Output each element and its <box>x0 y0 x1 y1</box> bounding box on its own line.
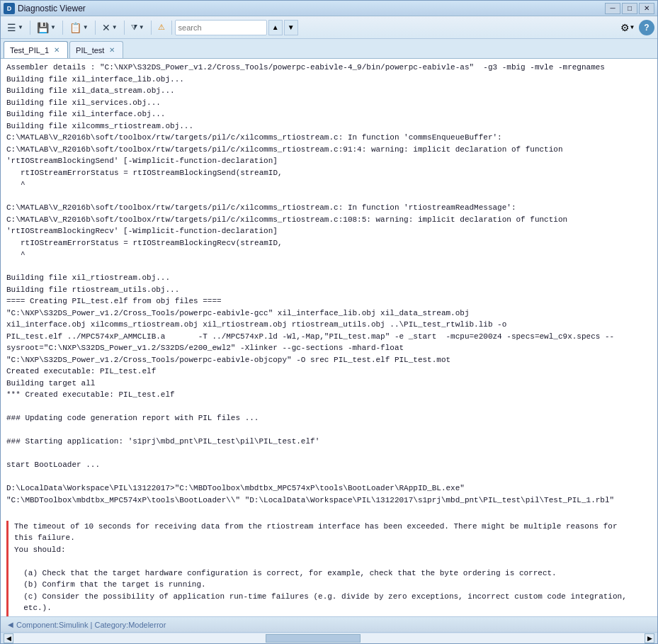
separator-5 <box>151 21 152 35</box>
copy-dropdown-icon: ▼ <box>83 24 89 30</box>
minimize-button[interactable]: ─ <box>605 3 620 14</box>
warning-button[interactable]: ⚠ <box>154 19 169 36</box>
list-item: (a) Check that the target hardware confi… <box>14 567 652 580</box>
close-button[interactable]: ✕ <box>639 3 654 14</box>
list-item: Building file xil_services.obj... <box>6 97 652 109</box>
maximize-button[interactable]: □ <box>622 3 637 14</box>
list-item: xil_interface.obj xilcomms_rtiostream.ob… <box>6 319 652 331</box>
list-item: (c) Consider the possibility of applicat… <box>14 591 652 603</box>
list-item <box>14 555 652 567</box>
list-item: Building file xil_data_stream.obj... <box>6 85 652 97</box>
list-item: Assembler details : "C:\NXP\S32DS_Power_… <box>6 62 652 74</box>
list-item: start BootLoader ... <box>6 459 652 471</box>
clear-icon: ✕ <box>102 22 110 33</box>
list-item: etc.). <box>14 602 652 614</box>
menu-button[interactable]: ☰ ▼ <box>4 19 27 36</box>
list-item: (b) Confirm that the target is running. <box>14 579 652 591</box>
list-item: this failure. <box>14 532 652 544</box>
list-item <box>6 424 652 436</box>
separator-2 <box>62 21 63 35</box>
menu-dropdown-icon: ▼ <box>18 24 23 30</box>
list-item: 'rtIOStreamBlockingSend' [-Wimplicit-fun… <box>6 155 652 167</box>
list-item: ==== Creating PIL_test.elf from obj file… <box>6 295 652 307</box>
tab-pil-test-close[interactable]: ✕ <box>107 45 117 55</box>
scrollbar-track[interactable] <box>13 633 645 643</box>
list-item: Building file rtiostream_utils.obj... <box>6 284 652 296</box>
list-item: Created executable: PIL_test.elf <box>6 366 652 378</box>
list-item: Building target all <box>6 378 652 390</box>
filter-dropdown-icon: ▼ <box>139 24 144 30</box>
scroll-right-button[interactable]: ▶ <box>645 633 654 643</box>
search-up-button[interactable]: ▲ <box>268 20 283 35</box>
list-item: "C:\MBDToolbox\mbdtbx_MPC574xP\tools\Boo… <box>6 495 652 507</box>
window-title: Diagnostic Viewer <box>18 4 605 13</box>
list-item <box>6 471 652 483</box>
copy-button[interactable]: 📋 ▼ <box>66 19 92 36</box>
separator-4 <box>124 21 125 35</box>
list-item <box>6 506 652 518</box>
list-item: rtIOStreamErrorStatus = rtIOStreamBlocki… <box>6 237 652 249</box>
list-item: ^ <box>6 179 652 191</box>
separator-1 <box>30 21 30 35</box>
list-item <box>6 261 652 273</box>
search-down-button[interactable]: ▼ <box>284 20 298 35</box>
save-icon: 💾 <box>37 22 49 33</box>
error-section: The timeout of 10 seconds for receiving … <box>6 521 652 617</box>
clear-button[interactable]: ✕ ▼ <box>98 19 121 36</box>
list-item: PIL_test.elf ../MPC574xP_AMMCLIB.a -T ..… <box>6 331 652 343</box>
list-item: "C:\NXP\S32DS_Power_v1.2/Cross_Tools/pow… <box>6 307 652 320</box>
filter-button[interactable]: ⧩ ▼ <box>127 19 148 36</box>
diagnostic-viewer-window: D Diagnostic Viewer ─ □ ✕ ☰ ▼ 💾 ▼ 📋 ▼ ✕ … <box>0 0 658 644</box>
tab-pil-test[interactable]: PIL_test ✕ <box>69 41 123 58</box>
list-item <box>6 448 652 460</box>
list-item: ### Starting application: 's1prj\mbd_pnt… <box>6 436 652 448</box>
list-item: sysroot="C:\NXP\S32DS_Power_v1.2/S32DS/e… <box>6 342 652 354</box>
list-item <box>6 191 652 203</box>
list-item: Building file xilcomms_rtiostream.obj... <box>6 120 652 132</box>
help-button[interactable]: ? <box>639 20 654 35</box>
separator-6 <box>171 21 172 35</box>
content-area: Assembler details : "C:\NXP\S32DS_Power_… <box>1 59 657 616</box>
save-button[interactable]: 💾 ▼ <box>33 19 59 36</box>
filter-icon: ⧩ <box>131 23 137 32</box>
list-item: Building file xil_interface.obj... <box>6 108 652 120</box>
status-nav-left[interactable]: ◀ <box>5 619 16 631</box>
tab-test-pil-1-label: Test_PIL_1 <box>10 46 49 55</box>
menu-icon: ☰ <box>7 22 16 33</box>
list-item: You should: <box>14 544 652 556</box>
gear-icon: ⚙ <box>620 22 630 33</box>
copy-icon: 📋 <box>69 22 81 33</box>
toolbar-right: ⚙ ▼ ? <box>618 19 654 36</box>
app-icon: D <box>4 3 15 14</box>
list-item: D:\LocalData\Workspace\PIL\13122017>"C:\… <box>6 482 652 495</box>
list-item: "C:\NXP\S32DS_Power_v1.2/Cross_Tools/pow… <box>6 354 652 366</box>
list-item: ^ <box>6 249 652 261</box>
list-item: ### Updating code generation report with… <box>6 412 652 424</box>
list-item <box>6 401 652 413</box>
list-item: Building file xil_interface_lib.obj... <box>6 74 652 86</box>
tabs-bar: Test_PIL_1 ✕ PIL_test ✕ <box>1 39 657 59</box>
tab-test-pil-1-close[interactable]: ✕ <box>52 45 62 55</box>
tab-pil-test-label: PIL_test <box>76 46 104 55</box>
status-bar: ◀ Component:Simulink | Category:Modelerr… <box>1 616 657 632</box>
window-controls: ─ □ ✕ <box>605 3 654 14</box>
scrollbar-thumb[interactable] <box>266 634 361 643</box>
scroll-left-button[interactable]: ◀ <box>4 633 13 643</box>
separator-3 <box>95 21 96 35</box>
settings-button[interactable]: ⚙ ▼ <box>618 19 637 36</box>
list-item: C:\MATLAB\V_R2016b\soft/toolbox/rtw/targ… <box>6 214 652 226</box>
title-bar: D Diagnostic Viewer ─ □ ✕ <box>1 1 657 16</box>
list-item: C:\MATLAB\V_R2016b\soft/toolbox/rtw/targ… <box>6 202 652 214</box>
clear-dropdown-icon: ▼ <box>112 24 118 30</box>
log-output[interactable]: Assembler details : "C:\NXP\S32DS_Power_… <box>1 59 657 616</box>
tab-test-pil-1[interactable]: Test_PIL_1 ✕ <box>4 41 68 58</box>
search-input[interactable] <box>175 20 267 35</box>
list-item: 'rtIOStreamBlockingRecv' [-Wimplicit-fun… <box>6 225 652 237</box>
list-item: C:\MATLAB\V_R2016b\soft/toolbox/rtw/targ… <box>6 132 652 144</box>
warning-icon: ⚠ <box>158 23 165 32</box>
list-item: *** Created executable: PIL_test.elf <box>6 389 652 401</box>
list-item: Building file xil_rtiostream.obj... <box>6 272 652 284</box>
horizontal-scrollbar: ◀ ▶ <box>1 632 657 643</box>
status-text: Component:Simulink | Category:Modelerror <box>16 621 653 629</box>
list-item: C:\MATLAB\V_R2016b\soft/toolbox/rtw/targ… <box>6 144 652 156</box>
